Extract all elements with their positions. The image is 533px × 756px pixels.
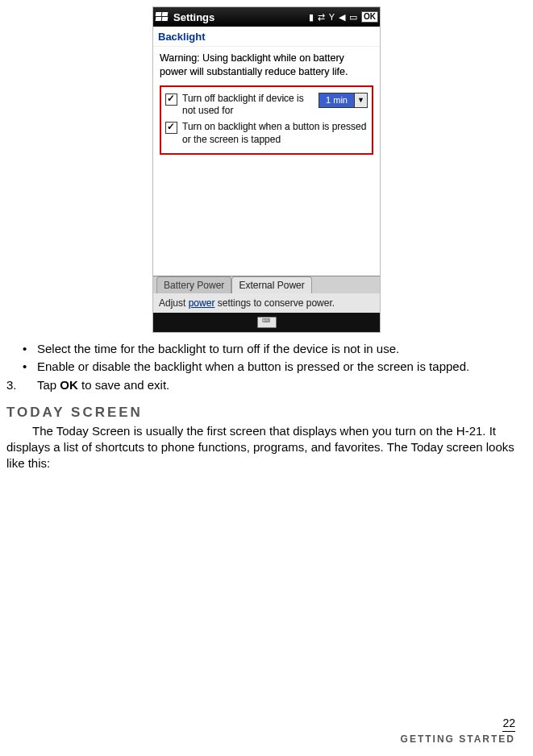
page-number: 22 bbox=[502, 717, 515, 732]
adjust-pre: Adjust bbox=[159, 297, 189, 309]
list-item: Enable or disable the backlight when a b… bbox=[23, 359, 527, 375]
bottom-bar: ⌨ bbox=[153, 313, 380, 332]
antenna-icon: Y bbox=[329, 12, 335, 22]
signal-icon: ▮ bbox=[309, 12, 314, 23]
bullet-list: Select the time for the backlight to tur… bbox=[6, 341, 527, 376]
timeout-dropdown[interactable]: 1 min ▼ bbox=[319, 93, 368, 108]
list-item: Select the time for the backlight to tur… bbox=[23, 341, 527, 357]
highlight-box: Turn off backlight if device is not used… bbox=[160, 85, 373, 155]
keyboard-icon[interactable]: ⌨ bbox=[257, 317, 277, 328]
step-pre: Tap bbox=[37, 378, 60, 392]
power-link[interactable]: power bbox=[189, 297, 215, 309]
adjust-hint: Adjust power settings to conserve power. bbox=[153, 293, 380, 313]
speaker-icon: ◀ bbox=[339, 12, 345, 23]
title-bar: Settings ▮ ⇄ Y ◀ ▭ OK bbox=[153, 7, 380, 27]
battery-icon: ▭ bbox=[349, 12, 357, 23]
settings-body: Warning: Using backlight while on batter… bbox=[153, 47, 380, 276]
checkbox-turn-on[interactable] bbox=[165, 122, 177, 134]
option-row: Turn off backlight if device is not used… bbox=[165, 93, 368, 118]
step-post: to save and exit. bbox=[78, 378, 169, 392]
option-row: Turn on backlight when a button is press… bbox=[165, 121, 368, 146]
tab-external-power[interactable]: External Power bbox=[231, 276, 311, 293]
device-screenshot: Settings ▮ ⇄ Y ◀ ▭ OK Backlight Warning:… bbox=[152, 6, 381, 333]
option-label: Turn on backlight when a button is press… bbox=[182, 121, 368, 146]
start-icon[interactable] bbox=[155, 10, 169, 24]
section-title: Backlight bbox=[153, 27, 380, 47]
window-title: Settings bbox=[173, 11, 214, 23]
checkbox-turn-off[interactable] bbox=[165, 93, 177, 106]
warning-text: Warning: Using backlight while on batter… bbox=[160, 52, 373, 79]
body-paragraph: The Today Screen is usually the first sc… bbox=[6, 423, 527, 472]
blank-area bbox=[160, 161, 373, 272]
ok-button[interactable]: OK bbox=[361, 11, 378, 23]
option-label: Turn off backlight if device is not used… bbox=[182, 93, 314, 118]
page-footer: 22 Getting Started bbox=[401, 716, 515, 745]
step-number: 3. bbox=[6, 377, 17, 393]
connectivity-icon: ⇄ bbox=[318, 12, 325, 23]
list-item: 3. Tap OK to save and exit. bbox=[6, 377, 527, 393]
tab-bar: Battery Power External Power bbox=[153, 276, 380, 293]
chapter-title: Getting Started bbox=[401, 733, 515, 745]
step-bold: OK bbox=[60, 378, 78, 392]
chevron-down-icon: ▼ bbox=[354, 93, 367, 107]
tab-battery-power[interactable]: Battery Power bbox=[156, 276, 231, 293]
dropdown-value: 1 min bbox=[319, 94, 354, 106]
numbered-list: 3. Tap OK to save and exit. bbox=[6, 377, 527, 393]
section-heading: Today Screen bbox=[6, 405, 527, 421]
adjust-post: settings to conserve power. bbox=[214, 297, 335, 309]
